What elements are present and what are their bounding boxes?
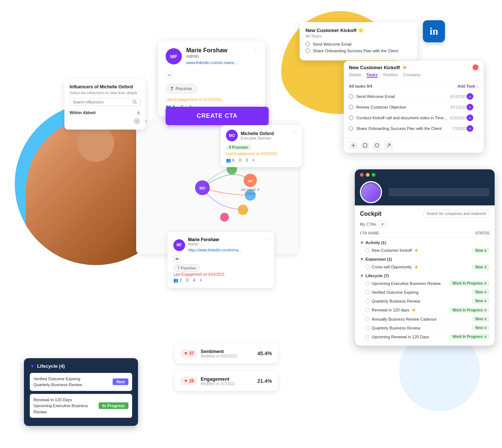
task-circle-1	[305, 42, 310, 46]
window-dot-yellow[interactable]	[366, 173, 370, 177]
tab-tasks[interactable]: Tasks	[367, 73, 378, 78]
marie-bottom-expand[interactable]: ∧	[199, 278, 202, 283]
section-triangle-lifecycle[interactable]: ▼	[360, 274, 364, 278]
lifecycle-header-text: Lifecycle (4)	[37, 363, 65, 369]
section-triangle-activity[interactable]: ▼	[360, 240, 364, 245]
marie-avatar: MF	[166, 48, 182, 64]
svg-text:MF: MF	[248, 179, 253, 183]
michelle-engagement: Last Engagement on 9/29/2022	[226, 152, 297, 156]
linkedin-badge[interactable]: in	[423, 20, 445, 42]
svg-rect-0	[363, 144, 367, 147]
michelle-more[interactable]: ···	[294, 130, 297, 134]
tab-details[interactable]: Details	[349, 73, 361, 78]
star-1: ★	[414, 247, 419, 253]
task-more-2[interactable]: ⋮	[475, 105, 478, 109]
search-icon	[132, 100, 137, 104]
marie-bottom-card: MF Marie Forshaw Admin https://www.linke…	[167, 232, 274, 288]
row-circle-1[interactable]	[365, 248, 370, 253]
within-abbett-label: Within Abbett ∧	[70, 110, 140, 116]
close-button[interactable]	[473, 64, 478, 70]
marie-linkedin[interactable]: www.linkedin.com/in.marie...	[186, 60, 237, 65]
section-activity: ▼ Activity (1)	[360, 239, 489, 246]
lifecycle-card: ▼ Lifecycle (4) Verified Outcome Expirin…	[24, 358, 138, 426]
tasks-count: All tasks 0/4	[349, 84, 372, 88]
status-badge-2[interactable]: New ∨	[472, 264, 489, 270]
window-dot-red[interactable]	[360, 173, 364, 177]
engagement-card: ▼ 25 Engagement Modified on 3/7/2022 21.…	[175, 371, 278, 391]
search-input[interactable]	[73, 100, 130, 104]
status-badge-3[interactable]: Work In Progress ∨	[449, 281, 489, 286]
status-badge-7[interactable]: New ∨	[472, 316, 489, 322]
action-icon-4[interactable]	[384, 141, 393, 150]
marie-bottom-email-icon: ✉	[173, 255, 181, 263]
task-check-2[interactable]	[349, 105, 353, 109]
status-badge-6[interactable]: Work In Progress ∨	[449, 307, 489, 313]
email-icon: ✉	[166, 71, 173, 79]
cta-row-cross-sell: Cross-sell Opportunity ★ New ∨	[360, 262, 489, 272]
kickoff-top-card: New Customer Kickoff ⭐ All Tasks Send We…	[300, 22, 417, 60]
row-circle-7[interactable]	[365, 317, 370, 321]
engagement-arrow: ▼ 25	[181, 377, 197, 385]
filter-dropdown[interactable]: ∨	[378, 221, 386, 227]
task-more-4[interactable]: ⋮	[475, 127, 478, 131]
kickoff-detail-card: New Customer Kickoff ★ ⋮ Details Tasks T…	[344, 61, 484, 153]
marie-bottom-more[interactable]: ···	[265, 237, 268, 241]
status-badge-5[interactable]: New ∨	[472, 298, 489, 304]
action-icon-3[interactable]	[372, 141, 381, 150]
row-circle-8[interactable]	[365, 326, 370, 330]
lifecycle-triangle: ▼	[30, 363, 35, 369]
row-circle-6[interactable]	[365, 308, 370, 312]
task-avatar-1: A	[467, 93, 473, 100]
expand-icon[interactable]: ∧	[252, 158, 255, 163]
influencers-search[interactable]	[70, 98, 140, 106]
marie-bottom-avatar: MF	[173, 239, 185, 251]
tab-company[interactable]: Company	[403, 73, 420, 78]
cockpit-filter-row: My CTAs ∨	[360, 221, 489, 227]
marie-bottom-name: Marie Forshaw	[188, 237, 241, 242]
task-more-1[interactable]: ⋮	[475, 95, 478, 99]
task-row-2: Review Customer Objective 6/21/2023 A ⋮	[349, 102, 478, 113]
svg-point-1	[375, 144, 379, 147]
status-badge-1[interactable]: New ∨	[472, 248, 489, 253]
kickoff-task-2: Share Onboarding Success Plan with the C…	[305, 49, 411, 53]
collapse-icon[interactable]: ›	[134, 118, 140, 124]
task-avatar-4: A	[467, 125, 473, 132]
create-cta-button[interactable]: CREATE CTA	[166, 107, 269, 125]
row-circle-9[interactable]	[365, 335, 370, 339]
cta-row-quarterly: Quarterly Business Review New ∨	[360, 297, 489, 306]
engagement-date: Modified on 3/7/2022	[201, 382, 235, 386]
status-badge-8[interactable]: New ∨	[472, 325, 489, 331]
star-3: ★	[411, 307, 416, 313]
task-check-3[interactable]	[349, 116, 353, 120]
window-dot-green[interactable]	[372, 173, 375, 177]
row-circle-4[interactable]	[365, 290, 370, 294]
row-circle-2[interactable]	[365, 265, 370, 269]
action-icon-2[interactable]	[361, 141, 370, 150]
sentiment-card: ▼ 37 Sentiment Modified on 8/22/2022 45.…	[175, 343, 278, 363]
task-check-1[interactable]	[349, 94, 353, 99]
task-row-3: Conduct Kickoff call and document notes …	[349, 113, 478, 123]
cockpit-person-avatar	[360, 181, 382, 203]
more-icon[interactable]: ⋮	[467, 66, 471, 70]
marie-name: Marie Forshaw	[186, 47, 237, 54]
chevron-up-icon[interactable]: ∧	[137, 110, 140, 116]
section-expansion: ▼ Expansion (1)	[360, 255, 489, 262]
row-circle-5[interactable]	[365, 299, 370, 303]
status-badge-4[interactable]: New ∨	[472, 289, 489, 295]
status-badge-9[interactable]: Work In Progress ∨	[449, 334, 489, 339]
section-triangle-expansion[interactable]: ▼	[360, 257, 364, 261]
marie-bottom-linkedin[interactable]: https://www.linkedin.com/in/ma...	[188, 248, 241, 252]
task-check-4[interactable]	[349, 126, 353, 131]
marie-more-icon[interactable]: ···	[254, 47, 258, 52]
engagement-pct: 21.4%	[257, 378, 272, 384]
sentiment-title: Sentiment	[201, 349, 237, 354]
cockpit-address-bar	[389, 188, 489, 196]
tab-timeline[interactable]: Timeline	[383, 73, 398, 78]
row-circle-3[interactable]	[365, 281, 370, 286]
cta-row-ebr: Upcoming Executive Business Review Work …	[360, 279, 489, 288]
cockpit-search-input[interactable]	[423, 210, 489, 218]
task-more-3[interactable]: ⋮	[475, 116, 478, 120]
cta-row-verified: Verified Outcome Expiring New ∨	[360, 288, 489, 297]
add-task-button[interactable]: Add Task ↓	[457, 84, 478, 88]
action-icon-1[interactable]	[349, 141, 358, 150]
